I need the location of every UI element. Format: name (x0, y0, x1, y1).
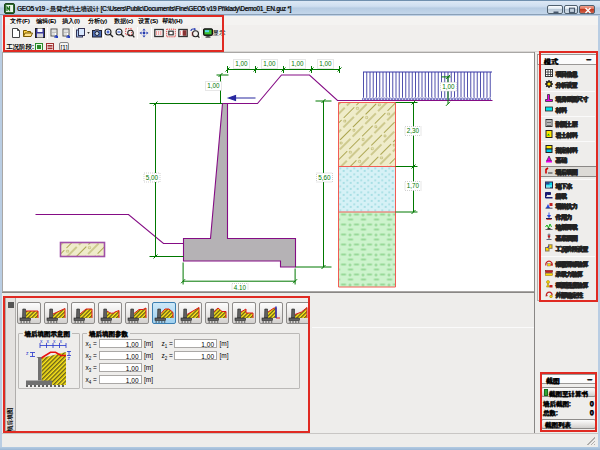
svg-text:x: x (47, 339, 50, 344)
svg-text:1,00: 1,00 (319, 60, 332, 67)
svg-text:4,10: 4,10 (234, 284, 247, 290)
svg-text:x: x (60, 339, 63, 344)
svg-text:1,00: 1,00 (207, 82, 220, 89)
svg-text:1,00: 1,00 (291, 60, 304, 67)
svg-text:5,00: 5,00 (146, 174, 159, 181)
svg-text:1,00: 1,00 (263, 60, 276, 67)
svg-text:2,30: 2,30 (407, 127, 420, 134)
svg-text:1,00: 1,00 (442, 83, 455, 90)
svg-text:x: x (53, 339, 56, 344)
svg-text:1,70: 1,70 (407, 182, 420, 189)
svg-text:5,60: 5,60 (318, 174, 331, 181)
svg-text:x: x (40, 339, 43, 344)
svg-text:z: z (26, 350, 29, 356)
svg-text:1,00: 1,00 (235, 60, 248, 67)
